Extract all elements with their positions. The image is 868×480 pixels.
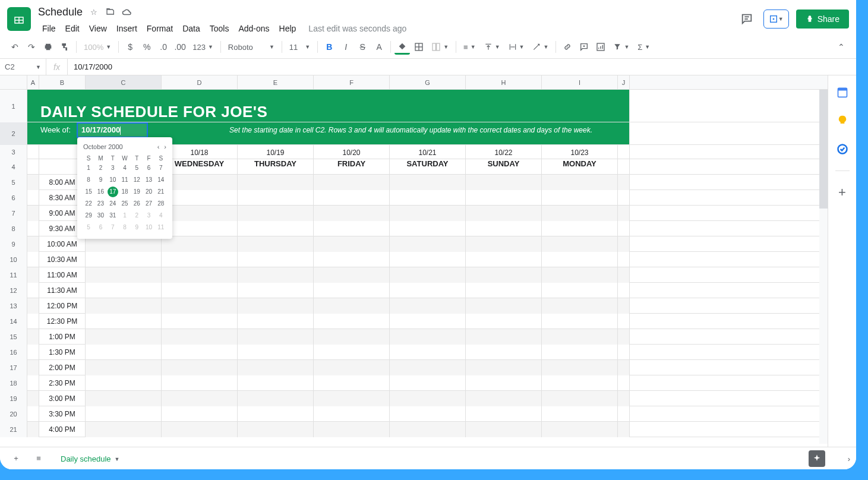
cell[interactable] xyxy=(86,283,162,298)
text-color-icon[interactable]: A xyxy=(371,39,387,55)
cell[interactable]: 10/21 xyxy=(390,145,466,159)
cell[interactable] xyxy=(314,314,390,329)
time-cell[interactable]: 11:30 AM xyxy=(39,283,86,298)
col-header-J[interactable]: J xyxy=(618,75,630,89)
cell[interactable] xyxy=(390,221,466,236)
h-align-icon[interactable]: ≡▼ xyxy=(460,39,479,55)
cell[interactable] xyxy=(618,329,630,345)
row-header-8[interactable]: 8 xyxy=(0,221,27,236)
dp-day[interactable]: 18 xyxy=(119,187,130,197)
row-header-20[interactable]: 20 xyxy=(0,406,27,422)
menu-data[interactable]: Data xyxy=(178,21,204,36)
cell[interactable] xyxy=(466,283,542,298)
dp-day[interactable]: 1 xyxy=(119,210,130,221)
cell[interactable]: SATURDAY xyxy=(390,159,466,175)
chart-icon[interactable] xyxy=(593,39,608,55)
cell[interactable] xyxy=(618,391,630,406)
cell[interactable] xyxy=(238,206,314,221)
cell[interactable] xyxy=(618,422,630,437)
cell[interactable] xyxy=(238,236,314,252)
cell[interactable] xyxy=(390,267,466,283)
cell[interactable]: 10/22 xyxy=(466,145,542,159)
cell[interactable]: SUNDAY xyxy=(466,159,542,175)
collapse-toolbar-icon[interactable]: ⌃ xyxy=(834,39,849,55)
dp-day[interactable]: 13 xyxy=(144,175,154,185)
dp-day[interactable]: 2 xyxy=(131,210,142,221)
cell[interactable] xyxy=(27,190,39,206)
dp-day[interactable]: 20 xyxy=(144,187,154,197)
cell[interactable] xyxy=(314,298,390,314)
dp-day[interactable]: 5 xyxy=(83,222,94,233)
col-header-F[interactable]: F xyxy=(314,75,390,89)
cell[interactable] xyxy=(390,345,466,360)
borders-icon[interactable] xyxy=(411,39,427,55)
cell[interactable] xyxy=(618,345,630,360)
cell[interactable] xyxy=(27,314,39,329)
cell[interactable] xyxy=(162,375,238,391)
cell[interactable] xyxy=(27,406,39,422)
dp-day[interactable]: 9 xyxy=(131,222,142,233)
select-all-corner[interactable] xyxy=(0,75,27,89)
cell[interactable] xyxy=(314,252,390,267)
cell[interactable] xyxy=(314,236,390,252)
cell[interactable] xyxy=(618,314,630,329)
col-header-H[interactable]: H xyxy=(466,75,542,89)
print-icon[interactable] xyxy=(40,39,56,55)
cell[interactable] xyxy=(618,206,630,221)
col-header-B[interactable]: B xyxy=(39,75,86,89)
merge-cells-icon[interactable]: ▼ xyxy=(428,39,452,55)
dp-day[interactable]: 23 xyxy=(95,198,106,209)
menu-tools[interactable]: Tools xyxy=(206,21,233,36)
sheets-logo[interactable] xyxy=(7,7,31,31)
cell[interactable] xyxy=(314,329,390,345)
cell[interactable] xyxy=(238,375,314,391)
dp-day[interactable]: 22 xyxy=(83,198,94,209)
cell[interactable] xyxy=(390,283,466,298)
cell[interactable] xyxy=(466,221,542,236)
explore-button[interactable] xyxy=(809,450,825,467)
cell[interactable] xyxy=(618,252,630,267)
dp-day[interactable]: 4 xyxy=(119,163,130,173)
dp-day[interactable]: 8 xyxy=(119,222,130,233)
cell[interactable] xyxy=(238,406,314,422)
dp-day[interactable]: 3 xyxy=(144,210,154,221)
row-header-7[interactable]: 7 xyxy=(0,206,27,221)
cell[interactable] xyxy=(27,267,39,283)
cell[interactable] xyxy=(27,206,39,221)
cell[interactable] xyxy=(238,175,314,190)
cell[interactable] xyxy=(314,375,390,391)
cell[interactable] xyxy=(27,221,39,236)
last-edit[interactable]: Last edit was seconds ago xyxy=(308,24,406,33)
dp-day[interactable]: 11 xyxy=(119,175,130,185)
percent-icon[interactable]: % xyxy=(139,39,154,55)
cell[interactable] xyxy=(314,267,390,283)
cell[interactable] xyxy=(466,391,542,406)
bold-icon[interactable]: B xyxy=(321,39,337,55)
cell[interactable] xyxy=(390,206,466,221)
keep-app-icon[interactable] xyxy=(835,113,850,128)
row-header-11[interactable]: 11 xyxy=(0,267,27,283)
cell[interactable] xyxy=(618,236,630,252)
cell[interactable] xyxy=(27,159,39,175)
row-header-16[interactable]: 16 xyxy=(0,345,27,360)
time-cell[interactable]: 3:00 PM xyxy=(39,391,86,406)
cell[interactable] xyxy=(542,221,618,236)
cell[interactable]: FRIDAY xyxy=(314,159,390,175)
dp-day[interactable]: 14 xyxy=(156,175,166,185)
dp-day[interactable]: 6 xyxy=(95,222,106,233)
time-cell[interactable]: 2:00 PM xyxy=(39,360,86,375)
time-cell[interactable]: 3:30 PM xyxy=(39,406,86,422)
col-header-G[interactable]: G xyxy=(390,75,466,89)
cell[interactable] xyxy=(314,283,390,298)
cell[interactable] xyxy=(390,360,466,375)
banner-title-cell[interactable]: DAILY SCHEDULE FOR JOE'S xyxy=(27,90,630,122)
cell[interactable] xyxy=(390,252,466,267)
cell[interactable] xyxy=(162,406,238,422)
row-header-6[interactable]: 6 xyxy=(0,190,27,206)
menu-view[interactable]: View xyxy=(85,21,111,36)
datepicker-next-icon[interactable]: › xyxy=(164,143,166,150)
cell[interactable] xyxy=(618,375,630,391)
row-header-21[interactable]: 21 xyxy=(0,422,27,437)
time-cell[interactable]: 12:30 PM xyxy=(39,314,86,329)
dp-day[interactable]: 28 xyxy=(156,198,166,209)
